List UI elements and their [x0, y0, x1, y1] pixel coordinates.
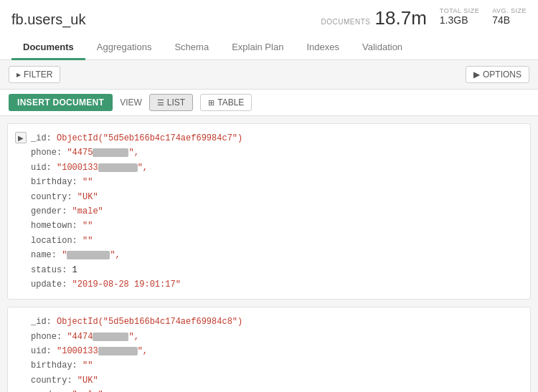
doc-2-fields: _id: ObjectId("5d5eb166b4c174aef69984c8"… — [15, 315, 242, 392]
app-container: fb.users_uk DOCUMENTS 18.7m TOTAL SIZE 1… — [0, 0, 538, 392]
options-label: OPTIONS — [483, 70, 522, 80]
collection-title: fb.users_uk — [11, 11, 85, 28]
table-row: ▶ _id: ObjectId("5d5eb166b4c174aef69984c… — [7, 123, 531, 300]
tab-aggregations[interactable]: Aggregations — [85, 36, 164, 60]
redacted-name-1 — [67, 251, 110, 259]
action-bar: INSERT DOCUMENT VIEW ☰ LIST ⊞ TABLE — [0, 90, 538, 116]
field-phone-1: phone: "4475", — [31, 145, 242, 160]
field-uid-2: uid: "1000133", — [31, 344, 242, 358]
field-gender-2: gender: "male" — [31, 388, 242, 392]
insert-document-button[interactable]: INSERT DOCUMENT — [9, 94, 113, 111]
documents-value: 18.7m — [375, 7, 427, 29]
tab-schema[interactable]: Schema — [163, 36, 220, 60]
doc-2-header: _id: ObjectId("5d5eb166b4c174aef69984c8"… — [15, 315, 520, 392]
field-uid-1: uid: "1000133", — [31, 161, 242, 175]
list-view-button[interactable]: ☰ LIST — [149, 94, 193, 111]
documents-stat: DOCUMENTS 18.7m — [321, 7, 427, 29]
view-label: VIEW — [120, 97, 142, 107]
table-label: TABLE — [217, 97, 244, 107]
avg-size-stat: AVG. SIZE 74B — [492, 7, 527, 29]
content-area: ▶ _id: ObjectId("5d5eb166b4c174aef69984c… — [0, 116, 538, 392]
header-top: fb.users_uk DOCUMENTS 18.7m TOTAL SIZE 1… — [11, 7, 527, 29]
avg-size-label: AVG. SIZE — [492, 7, 527, 14]
table-row: _id: ObjectId("5d5eb166b4c174aef69984c8"… — [7, 307, 531, 392]
stats-area: DOCUMENTS 18.7m TOTAL SIZE 1.3GB AVG. SI… — [321, 7, 527, 29]
doc-1-header: ▶ _id: ObjectId("5d5eb166b4c174aef69984c… — [15, 131, 520, 292]
list-label: LIST — [167, 97, 185, 107]
field-update-1: update: "2019-08-28 19:01:17" — [31, 277, 242, 292]
field-name-1: name: "", — [31, 248, 242, 262]
tab-indexes[interactable]: Indexes — [295, 36, 351, 60]
field-birthday-1: birthday: "" — [31, 175, 242, 189]
field-country-2: country: "UK" — [31, 373, 242, 388]
total-size-label: TOTAL SIZE — [440, 7, 479, 14]
options-triangle-icon: ▶ — [473, 70, 480, 80]
table-view-button[interactable]: ⊞ TABLE — [200, 94, 252, 111]
field-birthday-2: birthday: "" — [31, 358, 242, 373]
options-button[interactable]: ▶ OPTIONS — [466, 66, 529, 83]
doc-1-fields: _id: ObjectId("5d5eb166b4c174aef69984c7"… — [31, 131, 242, 292]
tab-explain-plan[interactable]: Explain Plan — [220, 36, 295, 60]
field-id-2: _id: ObjectId("5d5eb166b4c174aef69984c8"… — [31, 315, 242, 329]
field-gender-1: gender: "male" — [31, 204, 242, 219]
redacted-phone-1 — [93, 148, 128, 157]
filter-triangle-icon: ▶ — [16, 72, 21, 78]
tab-validation[interactable]: Validation — [351, 36, 414, 60]
field-phone-2: phone: "4474", — [31, 330, 242, 344]
tab-bar: Documents Aggregations Schema Explain Pl… — [11, 35, 527, 59]
filter-button[interactable]: ▶ FILTER — [9, 66, 60, 83]
list-icon: ☰ — [157, 98, 164, 107]
field-hometown-1: hometown: "" — [31, 219, 242, 233]
tab-documents[interactable]: Documents — [11, 36, 85, 60]
avg-size-value: 74B — [492, 14, 527, 26]
expand-button-doc1[interactable]: ▶ — [15, 132, 27, 143]
filter-label: FILTER — [24, 70, 52, 80]
field-status-1: status: 1 — [31, 263, 242, 277]
field-id-1: _id: ObjectId("5d5eb166b4c174aef69984c7"… — [31, 131, 242, 145]
total-size-value: 1.3GB — [440, 14, 479, 26]
table-icon: ⊞ — [208, 98, 214, 107]
field-country-1: country: "UK" — [31, 190, 242, 204]
field-location-1: location: "" — [31, 234, 242, 248]
redacted-phone-2 — [93, 333, 128, 341]
filter-toolbar: ▶ FILTER ▶ OPTIONS — [0, 60, 538, 90]
redacted-uid-1 — [98, 163, 138, 172]
documents-label: DOCUMENTS — [321, 18, 371, 26]
redacted-uid-2 — [98, 347, 138, 355]
total-size-stat: TOTAL SIZE 1.3GB — [440, 7, 479, 29]
header: fb.users_uk DOCUMENTS 18.7m TOTAL SIZE 1… — [0, 0, 538, 60]
